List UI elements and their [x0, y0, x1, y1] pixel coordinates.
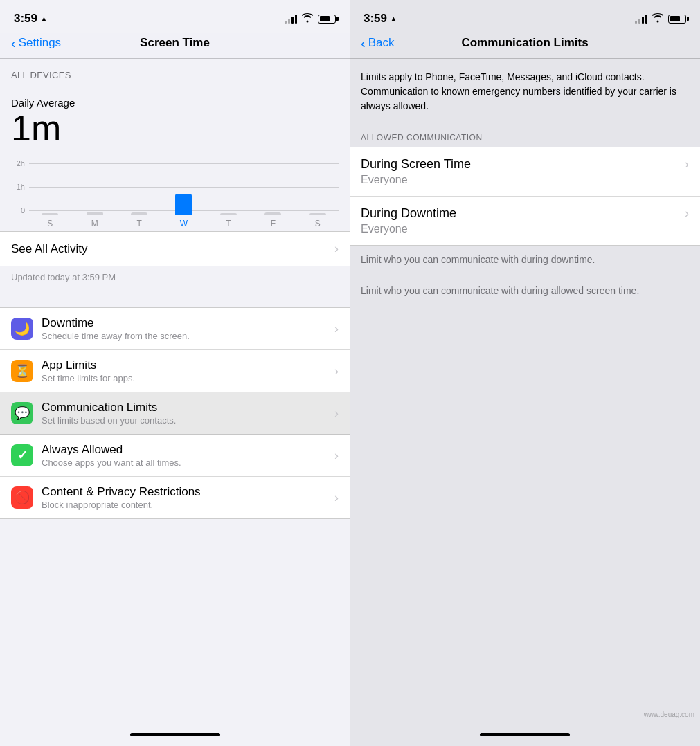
during-downtime-title: During Downtime [361, 206, 456, 221]
chart-bar [220, 213, 237, 215]
chart-day-label: S [29, 219, 71, 228]
daily-average-value: 1m [11, 109, 339, 148]
during-screen-time-desc: Limit who you can communicate with durin… [350, 277, 700, 308]
chart-bar-group [118, 163, 160, 215]
chart-label-1h: 1h [11, 183, 25, 191]
chart-bar [131, 212, 147, 215]
downtime-text: DowntimeSchedule time away from the scre… [42, 316, 334, 341]
app-limits-text: App LimitsSet time limits for apps. [42, 358, 334, 383]
chart-label-2h: 2h [11, 159, 25, 167]
content-privacy-chevron-icon: › [334, 491, 339, 505]
menu-item-content-privacy[interactable]: 🚫Content & Privacy RestrictionsBlock ina… [0, 477, 350, 518]
downtime-subtitle: Schedule time away from the screen. [42, 331, 334, 341]
chart-bar-group [163, 163, 204, 215]
chart-bars [29, 163, 339, 215]
left-home-bar [130, 733, 220, 736]
left-nav-bar: ‹ Settings Screen Time [0, 33, 350, 59]
chart-bar-group [208, 163, 249, 215]
content-privacy-icon: 🚫 [11, 486, 33, 509]
chart-day-label: M [73, 219, 115, 228]
comm-item-during-downtime[interactable]: During Downtime›Everyone [350, 197, 700, 245]
left-location-icon: ▲ [40, 15, 48, 23]
always-allowed-icon: ✓ [11, 444, 33, 466]
right-status-icons [635, 13, 686, 25]
comm-limits-text: Communication LimitsSet limits based on … [42, 401, 334, 426]
right-content: Limits apply to Phone, FaceTime, Message… [350, 59, 700, 722]
right-status-bar: 3:59 ▲ [350, 0, 700, 33]
left-back-label: Settings [19, 36, 61, 50]
right-nav-title: Communication Limits [461, 36, 588, 50]
comm-limits-chevron-icon: › [334, 406, 339, 421]
chart-bar [264, 212, 281, 215]
comm-limits-subtitle: Set limits based on your contacts. [42, 415, 334, 426]
chart-bar [309, 213, 326, 215]
allowed-comm-label: ALLOWED COMMUNICATION [350, 125, 700, 147]
see-all-chevron-icon: › [334, 242, 339, 256]
during-downtime-chevron-icon: › [685, 206, 689, 221]
right-time: 3:59 [364, 12, 387, 26]
chart-bar-group [73, 163, 115, 215]
left-content: ALL DEVICES Daily Average 1m 2h 1h 0 [0, 59, 350, 722]
info-text: Limits apply to Phone, FaceTime, Message… [350, 59, 700, 125]
see-all-activity-button[interactable]: See All Activity › [0, 232, 350, 266]
menu-item-comm-limits[interactable]: 💬Communication LimitsSet limits based on… [0, 392, 350, 435]
left-back-button[interactable]: ‹ Settings [11, 36, 61, 50]
chart-days: SMTWTFS [29, 219, 339, 228]
app-limits-icon: ⏳ [11, 360, 33, 382]
chart-bar [175, 194, 192, 215]
chart-bar-group [252, 163, 294, 215]
left-panel: 3:59 ▲ ‹ Settings Screen Time ALL [0, 0, 350, 746]
app-limits-title: App Limits [42, 358, 334, 372]
menu-item-app-limits[interactable]: ⏳App LimitsSet time limits for apps.› [0, 350, 350, 392]
comm-list-section: During Screen Time›EveryoneDuring Downti… [350, 147, 700, 246]
daily-average-section: Daily Average 1m [0, 86, 350, 154]
right-back-chevron-icon: ‹ [361, 36, 366, 50]
always-allowed-chevron-icon: › [334, 448, 339, 463]
chart-bar [42, 213, 58, 215]
daily-average-label: Daily Average [11, 97, 339, 109]
right-location-icon: ▲ [390, 15, 397, 23]
chart-day-label: S [297, 219, 339, 228]
chart-day-label: F [252, 219, 294, 228]
always-allowed-subtitle: Choose apps you want at all times. [42, 457, 334, 468]
app-limits-subtitle: Set time limits for apps. [42, 373, 334, 383]
right-back-button[interactable]: ‹ Back [361, 36, 394, 50]
always-allowed-title: Always Allowed [42, 443, 334, 457]
downtime-chevron-icon: › [334, 322, 339, 336]
chart-label-0: 0 [11, 206, 25, 215]
during-screen-time-subtitle: Everyone [361, 174, 689, 186]
during-screen-time-title: During Screen Time [361, 157, 471, 172]
left-status-bar: 3:59 ▲ [0, 0, 350, 33]
app-limits-chevron-icon: › [334, 364, 339, 379]
left-status-icons [285, 13, 336, 25]
content-privacy-subtitle: Block inappropriate content. [42, 500, 334, 510]
right-battery-icon [668, 15, 686, 24]
during-downtime-subtitle: Everyone [361, 223, 689, 235]
right-panel: 3:59 ▲ ‹ Back Communication Limits [350, 0, 700, 746]
chart-day-label: T [118, 219, 160, 228]
menu-item-always-allowed[interactable]: ✓Always AllowedChoose apps you want at a… [0, 435, 350, 477]
all-devices-header: ALL DEVICES [0, 59, 350, 86]
comm-item-during-screen-time[interactable]: During Screen Time›Everyone [350, 147, 700, 197]
menu-item-downtime[interactable]: 🌙DowntimeSchedule time away from the scr… [0, 308, 350, 350]
chart-bar-group [297, 163, 339, 215]
updated-text: Updated today at 3:59 PM [0, 266, 350, 293]
left-time: 3:59 [14, 12, 37, 26]
content-privacy-text: Content & Privacy RestrictionsBlock inap… [42, 485, 334, 510]
right-home-indicator [350, 722, 700, 746]
left-back-chevron-icon: ‹ [11, 36, 16, 50]
usage-chart: 2h 1h 0 SMTWTFS [11, 159, 339, 228]
chart-bar [87, 212, 103, 215]
right-signal-icon [635, 14, 647, 24]
see-all-section: See All Activity › [0, 231, 350, 266]
during-screen-time-row: During Screen Time› [361, 157, 689, 172]
settings-menu: 🌙DowntimeSchedule time away from the scr… [0, 307, 350, 519]
chart-bar-group [29, 163, 71, 215]
see-all-label: See All Activity [11, 242, 334, 256]
content-privacy-title: Content & Privacy Restrictions [42, 485, 334, 499]
during-screen-time-chevron-icon: › [685, 157, 689, 172]
downtime-icon: 🌙 [11, 318, 33, 340]
left-home-indicator [0, 722, 350, 746]
watermark: www.deuag.com [644, 711, 694, 718]
downtime-title: Downtime [42, 316, 334, 330]
